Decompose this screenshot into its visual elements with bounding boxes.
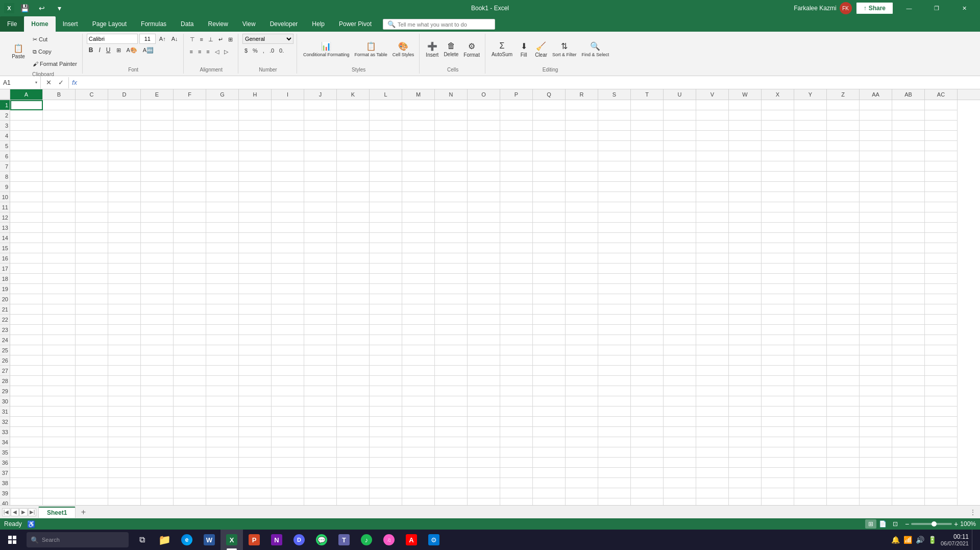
cell-H20[interactable] xyxy=(239,294,272,304)
cell-O4[interactable] xyxy=(468,131,500,141)
row-num-37[interactable]: 37 xyxy=(0,468,10,478)
cell-]36[interactable] xyxy=(925,458,958,468)
cell-I2[interactable] xyxy=(272,110,304,121)
cell-H4[interactable] xyxy=(239,131,272,141)
cell-W7[interactable] xyxy=(729,161,762,172)
cell-H28[interactable] xyxy=(239,376,272,386)
font-color-button[interactable]: A🔤 xyxy=(141,45,156,55)
cell-Z16[interactable] xyxy=(827,253,860,264)
cell-L31[interactable] xyxy=(370,406,402,417)
cell-L27[interactable] xyxy=(370,366,402,376)
align-right-button[interactable]: ≡ xyxy=(204,46,211,57)
cell-Q38[interactable] xyxy=(533,478,566,488)
cell-G32[interactable] xyxy=(206,417,239,427)
col-header-K[interactable]: K xyxy=(337,89,370,100)
cell-C31[interactable] xyxy=(76,406,108,417)
cell-]7[interactable] xyxy=(925,161,958,172)
cell-[14[interactable] xyxy=(860,233,892,243)
cell-P14[interactable] xyxy=(500,233,533,243)
cell-W4[interactable] xyxy=(729,131,762,141)
cell-F37[interactable] xyxy=(174,468,206,478)
cell-X1[interactable] xyxy=(762,100,794,110)
cell-T3[interactable] xyxy=(631,121,664,131)
cell-Q7[interactable] xyxy=(533,161,566,172)
cell-[9[interactable] xyxy=(860,182,892,192)
cell-L10[interactable] xyxy=(370,192,402,202)
row-num-24[interactable]: 24 xyxy=(0,335,10,345)
cell-\31[interactable] xyxy=(892,406,925,417)
cell-Y10[interactable] xyxy=(794,192,827,202)
cell-S20[interactable] xyxy=(598,294,631,304)
cell-J17[interactable] xyxy=(304,264,337,274)
cell-]21[interactable] xyxy=(925,304,958,315)
cell-A3[interactable] xyxy=(10,121,43,131)
cell-R9[interactable] xyxy=(566,182,598,192)
cell-I1[interactable] xyxy=(272,100,304,110)
cell-D8[interactable] xyxy=(108,172,141,182)
col-header-I[interactable]: I xyxy=(272,89,304,100)
cell-[8[interactable] xyxy=(860,172,892,182)
conditional-formatting-button[interactable]: 📊 Conditional Formatting xyxy=(301,34,352,65)
cell-G39[interactable] xyxy=(206,488,239,498)
volume-icon[interactable]: 🔊 xyxy=(915,535,925,545)
cell-\40[interactable] xyxy=(892,498,925,505)
cell-Z6[interactable] xyxy=(827,151,860,161)
row-num-28[interactable]: 28 xyxy=(0,376,10,386)
cell-I17[interactable] xyxy=(272,264,304,274)
cell-B9[interactable] xyxy=(43,182,76,192)
cell-J14[interactable] xyxy=(304,233,337,243)
cell-C13[interactable] xyxy=(76,223,108,233)
cell-V15[interactable] xyxy=(696,243,729,253)
cell-P28[interactable] xyxy=(500,376,533,386)
notifications-icon[interactable]: 🔔 xyxy=(891,535,901,545)
cell-R32[interactable] xyxy=(566,417,598,427)
cell-E28[interactable] xyxy=(141,376,174,386)
cell-W39[interactable] xyxy=(729,488,762,498)
cell-D24[interactable] xyxy=(108,335,141,345)
cell-Y17[interactable] xyxy=(794,264,827,274)
cell-E39[interactable] xyxy=(141,488,174,498)
cell-I25[interactable] xyxy=(272,345,304,355)
cell-I6[interactable] xyxy=(272,151,304,161)
tab-view[interactable]: View xyxy=(235,16,263,32)
cell-O17[interactable] xyxy=(468,264,500,274)
cell-H32[interactable] xyxy=(239,417,272,427)
cell-Z11[interactable] xyxy=(827,202,860,212)
cell-W28[interactable] xyxy=(729,376,762,386)
cell-K21[interactable] xyxy=(337,304,370,315)
cell-C38[interactable] xyxy=(76,478,108,488)
cell-V10[interactable] xyxy=(696,192,729,202)
cell-P22[interactable] xyxy=(500,315,533,325)
cell-N13[interactable] xyxy=(435,223,468,233)
cell-G24[interactable] xyxy=(206,335,239,345)
cell-A22[interactable] xyxy=(10,315,43,325)
cell-T32[interactable] xyxy=(631,417,664,427)
taskbar-whatsapp[interactable]: 💬 xyxy=(310,530,333,550)
cell-H2[interactable] xyxy=(239,110,272,121)
increase-font-button[interactable]: A↑ xyxy=(157,34,168,44)
cell-\6[interactable] xyxy=(892,151,925,161)
cell-Y19[interactable] xyxy=(794,284,827,294)
cell-Z32[interactable] xyxy=(827,417,860,427)
col-header-N[interactable]: N xyxy=(435,89,468,100)
cell-Y39[interactable] xyxy=(794,488,827,498)
cell-D17[interactable] xyxy=(108,264,141,274)
cell-I21[interactable] xyxy=(272,304,304,315)
cell-\3[interactable] xyxy=(892,121,925,131)
cell-T9[interactable] xyxy=(631,182,664,192)
cell-K10[interactable] xyxy=(337,192,370,202)
cell-M6[interactable] xyxy=(402,151,435,161)
cell-P35[interactable] xyxy=(500,447,533,458)
cell-T30[interactable] xyxy=(631,396,664,406)
cell-S8[interactable] xyxy=(598,172,631,182)
cell-\5[interactable] xyxy=(892,141,925,151)
cell-G16[interactable] xyxy=(206,253,239,264)
cell-Z13[interactable] xyxy=(827,223,860,233)
cell-]40[interactable] xyxy=(925,498,958,505)
cell-E9[interactable] xyxy=(141,182,174,192)
cell-E31[interactable] xyxy=(141,406,174,417)
cell-[33[interactable] xyxy=(860,427,892,437)
cell-]1[interactable] xyxy=(925,100,958,110)
tab-help[interactable]: Help xyxy=(305,16,332,32)
cell-G20[interactable] xyxy=(206,294,239,304)
